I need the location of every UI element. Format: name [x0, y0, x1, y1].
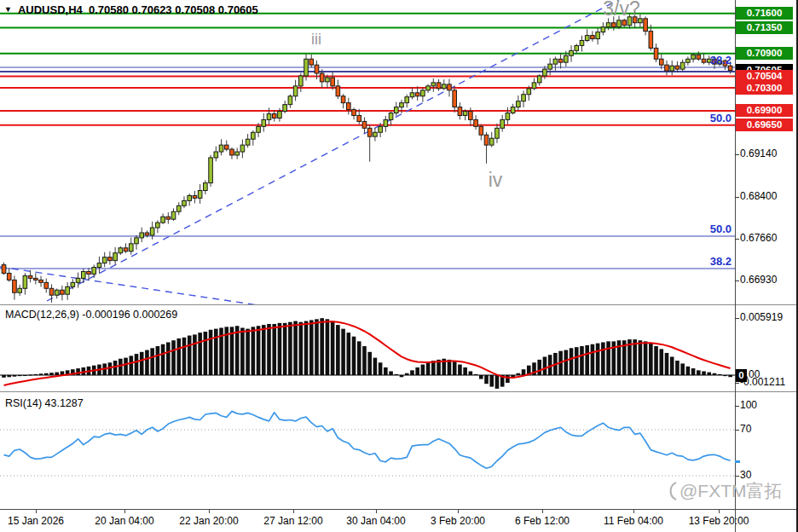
macd-bar	[707, 373, 711, 375]
candle-body	[135, 238, 139, 244]
symbol-menu-icon[interactable]: ▼	[4, 5, 12, 14]
price-axis-tick: 0.69140	[740, 147, 777, 159]
price-level-badge: 0.70300	[736, 82, 793, 95]
candle-body	[384, 119, 388, 126]
elliott-wave-label: iii	[311, 31, 321, 49]
macd-bar	[252, 327, 256, 375]
time-axis-label: 22 Jan 20:00	[179, 515, 238, 527]
macd-bar	[537, 360, 541, 375]
dashed-trendline	[47, 0, 618, 301]
trading-chart-window: ▼AUDUSD,H4 0.70580 0.70623 0.70508 0.706…	[0, 0, 798, 532]
elliott-wave-label: 3/v?	[603, 0, 639, 20]
candle-body	[108, 257, 113, 261]
price-chart-canvas[interactable]	[0, 0, 735, 305]
macd-bar	[145, 350, 149, 375]
price-level-badge: 0.69650	[736, 119, 793, 131]
candle-body	[527, 89, 531, 95]
time-axis-tick	[542, 509, 543, 513]
candle-body	[474, 119, 478, 126]
candle-body	[612, 23, 616, 27]
candle-body	[495, 128, 500, 138]
time-axis-tick	[719, 509, 720, 513]
time-axis-label: 3 Feb 20:00	[431, 515, 485, 527]
rsi-axis-tick: 70	[740, 423, 751, 435]
candle-body	[150, 228, 154, 235]
ohlc-quotes: 0.70580 0.70623 0.70508 0.70605	[89, 3, 258, 16]
candle-body	[309, 59, 314, 65]
macd-bar	[670, 356, 674, 375]
candle-body	[49, 288, 54, 295]
candlestick-series	[2, 11, 732, 303]
candle-body	[617, 20, 622, 27]
macd-bar	[639, 340, 643, 375]
macd-bar	[124, 358, 128, 375]
candle-body	[400, 103, 404, 107]
macd-bar	[299, 322, 304, 375]
macd-bar	[150, 348, 154, 375]
price-level-badge: 0.71600	[736, 7, 793, 20]
macd-bar	[288, 322, 292, 375]
macd-bar	[585, 345, 589, 375]
candle-body	[596, 32, 600, 39]
candle-body	[102, 257, 107, 263]
candle-body	[171, 211, 176, 219]
macd-bar	[278, 323, 282, 375]
macd-bar	[209, 330, 213, 375]
candle-body	[283, 105, 287, 112]
candle-body	[591, 36, 595, 39]
macd-bar	[352, 337, 356, 375]
candle-body	[448, 84, 452, 90]
macd-bar	[204, 332, 208, 375]
candle-body	[659, 59, 663, 65]
candle-body	[442, 84, 446, 89]
candle-body	[665, 65, 669, 71]
candle-body	[453, 90, 457, 107]
macd-bar	[135, 354, 139, 375]
candle-body	[66, 286, 70, 294]
candle-body	[252, 132, 256, 139]
time-axis-label: 15 Jan 2026	[8, 515, 64, 527]
candle-body	[543, 69, 547, 76]
macd-bar	[193, 334, 197, 375]
macd-bar	[55, 373, 59, 375]
candle-body	[204, 183, 208, 191]
candle-body	[267, 114, 271, 120]
macd-bar	[182, 338, 187, 375]
macd-bar	[267, 324, 271, 375]
macd-bar	[315, 319, 319, 375]
time-axis-tick	[293, 509, 294, 513]
macd-bar	[570, 348, 574, 375]
macd-bar	[389, 371, 393, 375]
candle-body	[463, 112, 467, 116]
candle-body	[489, 138, 494, 145]
macd-bar	[410, 370, 414, 375]
candle-body	[522, 95, 526, 101]
trendlines	[0, 0, 618, 305]
macd-bar	[421, 365, 425, 375]
candle-body	[124, 248, 128, 252]
macd-bar	[108, 362, 113, 375]
time-axis-label: 6 Feb 12:00	[515, 515, 570, 527]
price-axis-tick: 0.67660	[740, 232, 777, 244]
candle-body	[394, 107, 398, 113]
macd-bar	[336, 325, 340, 375]
axis-tick-mark	[735, 239, 739, 240]
candle-body	[537, 76, 541, 83]
candle-body	[23, 275, 27, 288]
macd-bar	[119, 359, 123, 375]
symbol-period: AUDUSD,H4	[18, 3, 83, 16]
rsi-current-value-marker	[735, 460, 740, 463]
candle-body	[224, 145, 228, 149]
macd-bar	[426, 362, 431, 375]
candle-body	[61, 290, 65, 294]
candle-body	[315, 65, 319, 73]
candle-body	[548, 64, 552, 69]
price-axis-tick: 0.68400	[740, 190, 777, 202]
candle-body	[140, 233, 144, 238]
macd-bar	[293, 321, 298, 375]
rsi-header: RSI(14) 43.1287	[5, 397, 84, 409]
macd-bar	[198, 332, 202, 375]
rsi-panel-canvas[interactable]	[0, 392, 735, 509]
candle-body	[421, 90, 425, 96]
time-axis-line	[0, 509, 798, 510]
